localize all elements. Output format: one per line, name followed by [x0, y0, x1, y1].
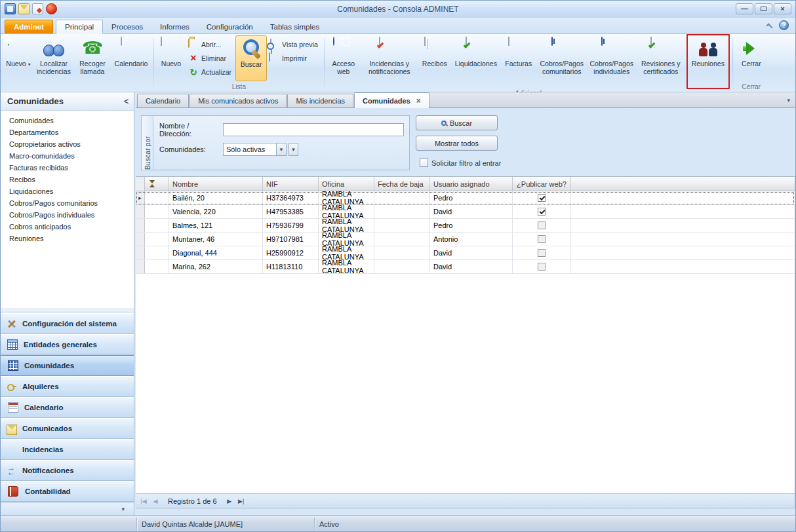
sidebar-nav-key[interactable]: Alquileres — [1, 376, 134, 397]
publicar-web-checkbox[interactable] — [538, 221, 546, 229]
table-row[interactable]: ▸ Bailén, 20 H37364973 RAMBLA CATALUNYA … — [136, 191, 795, 205]
publicar-web-checkbox[interactable] — [538, 249, 546, 257]
facturas-button[interactable]: Facturas — [501, 35, 536, 81]
solicitar-filtro-checkbox[interactable] — [420, 159, 428, 167]
column-header-fecha-de-baja[interactable]: Fecha de baja — [374, 177, 430, 191]
tab-comunidades[interactable]: Comunidades × — [354, 92, 429, 108]
mostrar-todos-button[interactable]: Mostrar todos — [416, 136, 498, 151]
first-record-button[interactable]: |◀ — [139, 498, 148, 504]
communities-grid: Nombre NIF Oficina Fecha de baja Usuario… — [136, 176, 795, 508]
column-header-nif[interactable]: NIF — [263, 177, 319, 191]
compose-mail-icon[interactable] — [32, 3, 43, 14]
buscar-button[interactable]: Buscar — [235, 35, 267, 81]
column-header-nombre[interactable]: Nombre — [169, 177, 263, 191]
column-header-publicar-web[interactable]: ¿Publicar web? — [513, 177, 571, 191]
abrir-button[interactable]: Abrir... — [186, 39, 235, 50]
table-row[interactable]: Marina, 262 H11813110 RAMBLA CATALUNYA D… — [136, 260, 795, 274]
previous-record-button[interactable]: ◀ — [151, 498, 160, 504]
app-icon[interactable] — [5, 3, 16, 14]
sidebar-nav-table[interactable]: Entidades generales — [1, 334, 134, 355]
sidebar-nav-tools[interactable]: Configuración del sistema — [1, 313, 134, 334]
sidebar-list-item[interactable]: Comunidades — [1, 115, 134, 126]
chevron-down-icon[interactable]: ▾ — [121, 506, 125, 512]
tab-principal[interactable]: Principal — [56, 20, 103, 34]
mail-icon[interactable] — [18, 3, 30, 14]
tab-procesos[interactable]: Procesos — [103, 20, 151, 33]
sidebar-nav-mail[interactable]: Comunicados — [1, 418, 134, 439]
minimize-button[interactable]: — — [736, 3, 753, 14]
vista-previa-button[interactable]: Vista previa — [267, 39, 322, 50]
close-tab-icon[interactable]: × — [416, 97, 421, 105]
eliminar-button[interactable]: Eliminar — [186, 52, 235, 64]
table-row[interactable]: Valencia, 220 H47953385 RAMBLA CATALUNYA… — [136, 205, 795, 219]
sidebar-list-item[interactable]: Cobros/Pagos comunitarios — [1, 197, 134, 209]
recibos-button[interactable]: Recibos — [418, 35, 451, 81]
comunidades-select[interactable]: Sólo activas ▼ — [223, 143, 287, 156]
nombre-direccion-input[interactable] — [223, 123, 404, 136]
nuevo-menu-button[interactable]: Nuevo ▾ — [3, 35, 33, 81]
liquidaciones-button[interactable]: Liquidaciones — [451, 35, 501, 81]
document-check-icon — [466, 37, 467, 46]
sidebar-splitter[interactable] — [1, 309, 134, 313]
close-button[interactable]: × — [774, 3, 791, 14]
sidebar-list-item[interactable]: Liquidaciones — [1, 185, 134, 197]
next-record-button[interactable]: ▶ — [225, 498, 234, 504]
combo-dropdown-icon[interactable]: ▼ — [276, 143, 286, 155]
sidebar-list-item[interactable]: Copropietarios activos — [1, 138, 134, 150]
localizar-incidencias-button[interactable]: Localizar incidencias — [33, 35, 74, 81]
sidebar-list-item[interactable]: Cobros anticipados — [1, 221, 134, 233]
sidebar-nav-calendar[interactable]: Calendario — [1, 397, 134, 418]
help-icon[interactable]: ? — [779, 20, 789, 30]
cobros-pagos-individuales-button[interactable]: Cobros/Pagos individuales — [587, 35, 636, 81]
sidebar-nav-arrows[interactable]: Notificaciones — [1, 460, 134, 481]
revisiones-certificados-button[interactable]: Revisiones y certificados — [636, 35, 686, 81]
nuevo-button[interactable]: Nuevo — [156, 35, 186, 81]
calendario-button[interactable]: Calendario — [111, 35, 151, 81]
tab-mis-comunicados-activos[interactable]: Mis comunicados activos — [189, 94, 287, 107]
reuniones-button[interactable]: Reuniones — [688, 35, 728, 81]
cobros-pagos-comunitarios-button[interactable]: Cobros/Pagos comunitarios — [536, 35, 587, 81]
table-row[interactable]: Muntaner, 46 H97107981 RAMBLA CATALUNYA … — [136, 233, 795, 246]
imprimir-button[interactable]: Imprimir — [267, 52, 322, 64]
cerrar-button[interactable]: Cerrar — [735, 35, 768, 81]
recoger-llamada-button[interactable]: Recoger llamada — [74, 35, 111, 81]
sidebar-list-item[interactable]: Macro-comunidades — [1, 150, 134, 162]
column-header-usuario-asignado[interactable]: Usuario asignado — [430, 177, 513, 191]
tab-adminet[interactable]: Adminet — [5, 20, 53, 33]
call-record-icon[interactable] — [46, 3, 57, 14]
publicar-web-checkbox[interactable] — [538, 235, 546, 243]
tab-configuracion[interactable]: Configuración — [198, 20, 262, 33]
column-header-oficina[interactable]: Oficina — [319, 177, 374, 191]
publicar-web-checkbox[interactable] — [538, 194, 546, 202]
sidebar-list-item[interactable]: Recibos — [1, 174, 134, 185]
incidencias-notificaciones-button[interactable]: Incidencias y notificaciones — [361, 35, 418, 81]
sidebar-list-item[interactable]: Facturas recibidas — [1, 162, 134, 174]
sidebar-list-item[interactable]: Reuniones — [1, 233, 134, 244]
tab-list-dropdown-icon[interactable]: ▾ — [787, 97, 790, 104]
sidebar-list-item[interactable]: Cobros/Pagos individuales — [1, 209, 134, 221]
tab-calendario[interactable]: Calendario — [137, 94, 189, 107]
acceso-web-button[interactable]: Acceso web — [327, 35, 361, 81]
table-row[interactable]: Balmes, 121 H75936799 RAMBLA CATALUNYA P… — [136, 219, 795, 233]
sidebar-list-item[interactable]: Departamentos — [1, 126, 134, 138]
combo-extra-dropdown-icon[interactable]: ▼ — [289, 143, 298, 156]
restore-button[interactable] — [755, 3, 772, 14]
collapse-ribbon-icon[interactable] — [766, 23, 773, 29]
collapse-sidebar-icon[interactable]: < — [124, 97, 129, 106]
sidebar-nav-building[interactable]: Comunidades — [1, 355, 134, 376]
actualizar-button[interactable]: Actualizar — [186, 66, 235, 77]
tab-informes[interactable]: Informes — [151, 20, 198, 33]
nav-item-icon — [7, 381, 17, 392]
tab-mis-incidencias[interactable]: Mis incidencias — [287, 94, 353, 107]
publicar-web-checkbox[interactable] — [538, 208, 546, 216]
tab-tablas-simples[interactable]: Tablas simples — [262, 20, 328, 33]
sidebar-nav-book[interactable]: Contabilidad — [1, 481, 134, 502]
publicar-web-checkbox[interactable] — [538, 263, 546, 271]
column-header-indicator[interactable] — [145, 177, 169, 191]
last-record-button[interactable]: ▶| — [237, 498, 246, 504]
calculator-icon — [551, 37, 553, 46]
table-row[interactable]: Diagonal, 444 H25990912 RAMBLA CATALUNYA… — [136, 246, 795, 260]
buscar-filter-button[interactable]: Buscar — [416, 115, 498, 130]
printer-icon — [269, 52, 270, 62]
sidebar-nav-warning[interactable]: Incidencias — [1, 439, 134, 460]
